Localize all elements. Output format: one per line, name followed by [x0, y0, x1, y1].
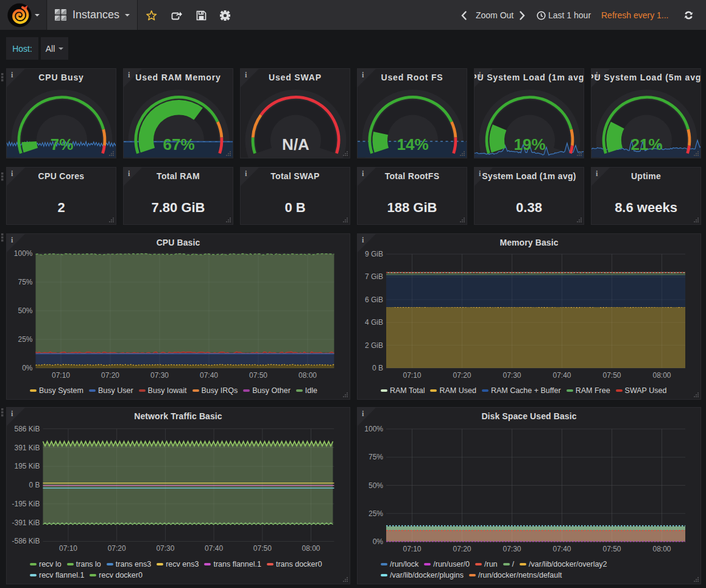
svg-text:07:40: 07:40	[552, 545, 571, 553]
svg-text:67%: 67%	[163, 135, 194, 154]
svg-text:N/A: N/A	[282, 135, 309, 154]
svg-text:100%: 100%	[364, 425, 383, 433]
svg-text:-391 KiB: -391 KiB	[12, 519, 40, 527]
svg-text:0 B: 0 B	[372, 364, 383, 372]
svg-text:75%: 75%	[18, 278, 32, 286]
svg-text:08:00: 08:00	[302, 544, 320, 553]
svg-text:14%: 14%	[397, 135, 428, 154]
svg-text:9 GiB: 9 GiB	[365, 250, 383, 258]
svg-text:07:20: 07:20	[108, 544, 126, 553]
svg-text:21%: 21%	[630, 135, 662, 154]
svg-text:08:00: 08:00	[298, 371, 317, 380]
svg-text:07:10: 07:10	[403, 371, 421, 380]
svg-text:19%: 19%	[514, 135, 545, 154]
svg-text:07:40: 07:40	[552, 371, 571, 380]
svg-text:0%: 0%	[22, 364, 33, 372]
svg-text:07:20: 07:20	[453, 371, 471, 380]
svg-text:07:30: 07:30	[503, 371, 521, 380]
svg-text:195 KiB: 195 KiB	[14, 462, 40, 470]
svg-text:75%: 75%	[369, 453, 383, 461]
svg-text:391 KiB: 391 KiB	[14, 444, 40, 452]
svg-text:07:40: 07:40	[205, 544, 223, 553]
svg-text:25%: 25%	[369, 509, 383, 518]
svg-text:07:30: 07:30	[503, 545, 521, 553]
svg-text:50%: 50%	[369, 481, 383, 490]
svg-text:07:30: 07:30	[150, 371, 169, 380]
svg-text:0%: 0%	[373, 537, 384, 546]
svg-text:7 GiB: 7 GiB	[365, 272, 383, 281]
svg-text:-195 KiB: -195 KiB	[12, 500, 40, 508]
svg-text:07:10: 07:10	[59, 544, 77, 553]
svg-text:07:10: 07:10	[52, 371, 70, 380]
svg-text:2 GiB: 2 GiB	[365, 341, 383, 350]
svg-text:100%: 100%	[14, 249, 33, 258]
svg-text:08:00: 08:00	[652, 371, 671, 380]
svg-text:07:50: 07:50	[602, 545, 621, 553]
svg-text:07:50: 07:50	[602, 371, 621, 380]
svg-text:07:50: 07:50	[249, 371, 267, 380]
svg-text:7%: 7%	[51, 135, 74, 154]
svg-text:07:20: 07:20	[101, 371, 119, 380]
svg-text:07:40: 07:40	[200, 371, 218, 380]
svg-text:07:50: 07:50	[253, 544, 272, 553]
svg-text:07:30: 07:30	[156, 544, 174, 553]
svg-text:-586 KiB: -586 KiB	[12, 537, 40, 545]
svg-text:50%: 50%	[18, 306, 32, 315]
svg-text:07:10: 07:10	[403, 545, 421, 553]
svg-text:586 KiB: 586 KiB	[14, 425, 40, 433]
svg-text:08:00: 08:00	[652, 545, 671, 553]
svg-text:07:20: 07:20	[453, 545, 471, 553]
svg-text:0 B: 0 B	[29, 481, 40, 489]
svg-text:4 GiB: 4 GiB	[365, 318, 383, 327]
svg-text:25%: 25%	[18, 335, 32, 344]
svg-text:6 GiB: 6 GiB	[365, 296, 383, 304]
